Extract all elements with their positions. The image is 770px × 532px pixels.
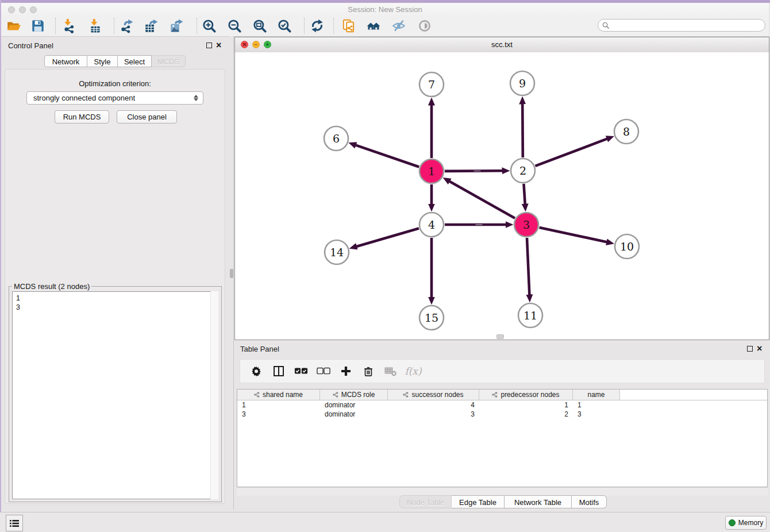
graph-node-10[interactable]: 10 bbox=[615, 234, 639, 259]
column-header-predecessor-nodes[interactable]: predecessor nodes bbox=[479, 390, 573, 400]
table-scroll-strip[interactable] bbox=[237, 487, 768, 496]
save-session-button[interactable] bbox=[30, 18, 45, 33]
unselect-all-columns-button[interactable] bbox=[317, 364, 330, 378]
export-image-button[interactable] bbox=[169, 18, 184, 33]
table-cell[interactable]: 1 bbox=[479, 400, 573, 410]
zoom-out-icon bbox=[227, 18, 242, 33]
table-cell[interactable]: dominator bbox=[320, 410, 388, 419]
houses-button[interactable] bbox=[366, 18, 381, 33]
show-details-button[interactable] bbox=[417, 18, 432, 33]
zoom-in-button[interactable] bbox=[202, 18, 217, 33]
column-header-MCDS-role[interactable]: MCDS role bbox=[320, 390, 388, 400]
memory-button[interactable]: Memory bbox=[725, 516, 767, 530]
zoom-out-button[interactable] bbox=[227, 18, 242, 33]
task-history-button[interactable] bbox=[6, 515, 23, 531]
column-header-shared-name[interactable]: shared name bbox=[237, 390, 320, 400]
table-row[interactable]: 1dominator411 bbox=[237, 400, 767, 410]
svg-text:2: 2 bbox=[519, 164, 526, 177]
graph-node-11[interactable]: 11 bbox=[518, 303, 542, 327]
tab-edge-table[interactable]: Edge Table bbox=[452, 495, 505, 508]
window-titlebar: Session: New Session bbox=[1, 3, 769, 16]
edge-2-9[interactable] bbox=[522, 104, 523, 157]
edge-3-1[interactable] bbox=[449, 182, 515, 218]
toolbar-separator bbox=[304, 18, 305, 34]
table-cell[interactable]: 4 bbox=[388, 400, 479, 410]
tab-network[interactable]: Network bbox=[44, 55, 87, 67]
table-settings-button[interactable] bbox=[249, 364, 263, 378]
close-table-panel-icon[interactable]: × bbox=[757, 345, 762, 353]
open-session-button[interactable] bbox=[6, 18, 21, 33]
edge-2-8[interactable] bbox=[536, 139, 607, 166]
table-cell[interactable]: 3 bbox=[237, 410, 320, 419]
graph-node-3[interactable]: 3 bbox=[514, 213, 538, 237]
table-cell[interactable]: 3 bbox=[573, 410, 620, 419]
tab-mcds[interactable]: MCDS bbox=[152, 55, 186, 67]
toolbar-separator bbox=[114, 18, 114, 34]
tab-motifs[interactable]: Motifs bbox=[572, 495, 607, 508]
refresh-view-button[interactable] bbox=[310, 18, 325, 33]
hide-details-button[interactable] bbox=[391, 18, 406, 33]
graph-node-1[interactable]: 1 bbox=[419, 159, 444, 183]
node-table-body: 1dominator4113dominator323 bbox=[237, 400, 767, 419]
control-panel-title: Control Panel bbox=[8, 41, 53, 50]
edge-2-3[interactable] bbox=[523, 184, 525, 204]
export-network-button[interactable] bbox=[119, 18, 134, 33]
import-table-button[interactable] bbox=[88, 18, 103, 33]
edge-3-10[interactable] bbox=[539, 228, 606, 242]
graph-node-7[interactable]: 7 bbox=[419, 72, 444, 97]
table-cell[interactable]: 1 bbox=[573, 400, 620, 410]
function-builder-button[interactable]: f(x) bbox=[406, 364, 420, 378]
table-cell[interactable]: dominator bbox=[320, 400, 388, 410]
edge-1-6[interactable] bbox=[356, 145, 419, 167]
duplicate-network-button[interactable] bbox=[341, 18, 356, 33]
eye-icon bbox=[417, 18, 432, 33]
float-panel-icon[interactable] bbox=[206, 43, 212, 48]
tab-node-table[interactable]: Node Table bbox=[399, 495, 452, 508]
panel-divider[interactable] bbox=[230, 36, 234, 510]
table-cell[interactable]: 3 bbox=[388, 410, 479, 419]
graph-node-6[interactable]: 6 bbox=[324, 126, 348, 151]
graph-node-9[interactable]: 9 bbox=[510, 71, 534, 95]
tab-select[interactable]: Select bbox=[118, 55, 152, 67]
network-canvas[interactable]: 7968124314101511 bbox=[235, 52, 769, 340]
graph-node-14[interactable]: 14 bbox=[325, 240, 349, 264]
trash-icon bbox=[363, 365, 374, 377]
graph-node-4[interactable]: 4 bbox=[419, 213, 444, 237]
result-scrollbar[interactable] bbox=[210, 291, 218, 499]
canvas-resize-handle[interactable] bbox=[496, 334, 504, 339]
graph-node-8[interactable]: 8 bbox=[614, 119, 638, 144]
close-panel-icon[interactable]: × bbox=[216, 41, 221, 49]
svg-text:6: 6 bbox=[333, 132, 340, 145]
edge-1-2[interactable] bbox=[445, 171, 502, 171]
export-table-button[interactable] bbox=[144, 18, 159, 33]
select-all-columns-button[interactable] bbox=[294, 364, 308, 378]
zoom-selected-button[interactable] bbox=[277, 18, 292, 33]
toggle-column-display-button[interactable] bbox=[272, 364, 286, 378]
delete-columns-button[interactable] bbox=[361, 364, 375, 378]
float-table-panel-icon[interactable] bbox=[747, 346, 753, 352]
search-input[interactable] bbox=[612, 20, 765, 30]
edge-3-11[interactable] bbox=[527, 238, 529, 295]
add-column-button[interactable] bbox=[339, 364, 353, 378]
column-header-successor-nodes[interactable]: successor nodes bbox=[388, 390, 479, 400]
svg-text:10: 10 bbox=[620, 240, 634, 253]
import-network-button[interactable] bbox=[61, 18, 76, 33]
network-graph[interactable]: 7968124314101511 bbox=[235, 52, 769, 340]
graph-node-2[interactable]: 2 bbox=[511, 159, 535, 183]
close-panel-button[interactable]: Close panel bbox=[117, 110, 177, 124]
table-row[interactable]: 3dominator323 bbox=[237, 410, 767, 419]
delete-table-button[interactable] bbox=[384, 364, 398, 378]
zoom-fit-button[interactable] bbox=[252, 18, 267, 33]
tab-style[interactable]: Style bbox=[87, 55, 118, 67]
graph-node-15[interactable]: 15 bbox=[419, 306, 444, 330]
edge-4-14[interactable] bbox=[357, 228, 419, 246]
run-mcds-button[interactable]: Run MCDS bbox=[55, 110, 109, 124]
column-header-name[interactable]: name bbox=[573, 390, 620, 400]
table-cell[interactable]: 1 bbox=[237, 400, 320, 410]
table-cell[interactable]: 2 bbox=[479, 410, 573, 419]
criterion-dropdown[interactable]: strongly connected component bbox=[26, 91, 203, 105]
mcds-result-text[interactable]: 1 3 bbox=[12, 291, 218, 499]
tab-network-table[interactable]: Network Table bbox=[505, 495, 572, 508]
divider-grip[interactable] bbox=[230, 269, 233, 278]
svg-text:1: 1 bbox=[428, 165, 435, 178]
